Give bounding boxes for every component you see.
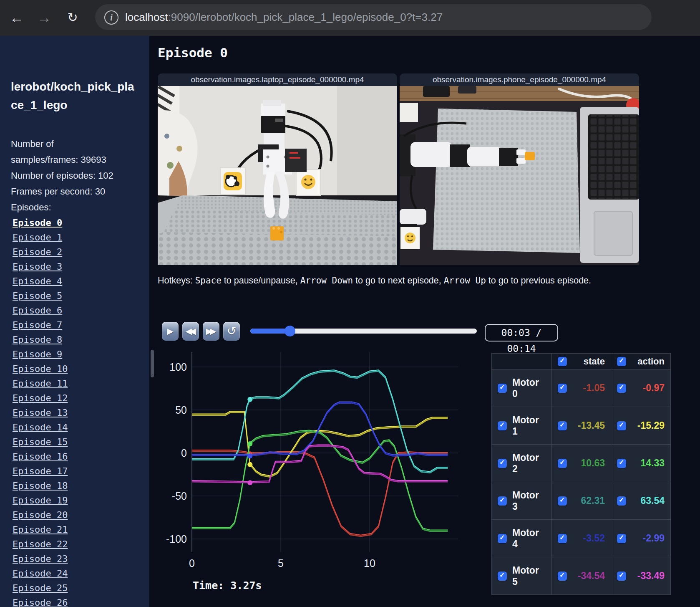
hotkeys-suffix: to go to previous episode.: [486, 276, 591, 286]
series-state-line: [192, 371, 448, 473]
sidebar-episode-link[interactable]: Episode 4: [13, 274, 146, 288]
y-tick-label: 50: [175, 404, 187, 416]
reload-icon[interactable]: ↻: [63, 8, 82, 28]
action-checkbox[interactable]: [617, 421, 626, 430]
loop-button[interactable]: ↺: [223, 322, 240, 341]
motor-chart-svg: 100500-50-1000510: [150, 346, 461, 580]
motor-checkbox[interactable]: [498, 459, 507, 468]
phone-video-frame[interactable]: [400, 86, 639, 265]
seek-slider-thumb[interactable]: [285, 326, 295, 336]
play-button[interactable]: ▶: [162, 322, 179, 341]
back-icon[interactable]: ←: [8, 8, 26, 28]
state-column-checkbox[interactable]: [558, 357, 567, 366]
state-checkbox[interactable]: [558, 384, 567, 393]
hotkey-arrow-up: Arrow Up: [444, 276, 486, 286]
motor-row: Motor 0-1.05-0.97: [492, 369, 671, 407]
sidebar-episode-link[interactable]: Episode 22: [13, 537, 146, 551]
motor-chart: 100500-50-1000510: [150, 346, 461, 580]
hotkey-space: Space: [195, 276, 222, 286]
page-title: Episode 0: [158, 45, 228, 60]
site-info-icon[interactable]: i: [104, 10, 118, 25]
sidebar-episode-link[interactable]: Episode 8: [13, 332, 146, 347]
state-column-label: state: [584, 356, 605, 367]
y-tick-label: 100: [169, 361, 187, 373]
action-column-label: action: [637, 356, 665, 367]
sidebar-episode-link[interactable]: Episode 5: [13, 288, 146, 303]
state-value: 10.63: [581, 458, 605, 469]
sidebar-episode-link[interactable]: Episode 1: [13, 230, 146, 245]
time-display: 00:03 / 00:14: [485, 324, 558, 341]
sidebar-episode-link[interactable]: Episode 24: [13, 566, 146, 581]
x-tick-label: 5: [278, 557, 284, 569]
motor-row: Motor 4-3.52-2.99: [492, 520, 671, 557]
action-checkbox[interactable]: [617, 534, 626, 543]
fast-forward-button-icon: ▶▶: [203, 322, 219, 341]
url-text[interactable]: localhost:9090/lerobot/koch_pick_place_1…: [125, 4, 443, 30]
x-tick-label: 10: [364, 557, 375, 569]
state-checkbox[interactable]: [558, 421, 567, 430]
sidebar-episode-link[interactable]: Episode 2: [13, 245, 146, 259]
sidebar-episode-link[interactable]: Episode 25: [13, 581, 146, 595]
loop-button-icon: ↺: [223, 322, 240, 341]
sidebar-episode-link[interactable]: Episode 10: [13, 362, 146, 376]
action-column-checkbox[interactable]: [617, 357, 626, 366]
sidebar-episode-link[interactable]: Episode 26: [13, 595, 146, 607]
laptop-video-frame[interactable]: [158, 86, 397, 265]
forward-icon[interactable]: →: [35, 8, 53, 28]
sidebar-episode-link[interactable]: Episode 7: [13, 318, 146, 332]
state-value: -13.45: [578, 420, 605, 431]
state-checkbox[interactable]: [558, 534, 567, 543]
video-panel-laptop: observation.images.laptop_episode_000000…: [158, 73, 397, 265]
dataset-info-line: Number of episodes: 102: [11, 168, 140, 184]
motor-checkbox[interactable]: [498, 384, 507, 393]
sidebar-episode-link[interactable]: Episode 19: [13, 493, 146, 508]
action-checkbox[interactable]: [617, 572, 626, 581]
motor-checkbox[interactable]: [498, 496, 507, 506]
motor-label: Motor 5: [512, 565, 546, 587]
hotkeys-mid1: to pause/unpause,: [222, 276, 300, 286]
motor-checkbox[interactable]: [498, 421, 507, 430]
phone-camera-scene: [400, 86, 639, 265]
address-bar[interactable]: i localhost:9090/lerobot/koch_pick_place…: [95, 4, 652, 30]
motor-row: Motor 5-34.54-33.49: [492, 557, 671, 595]
action-checkbox[interactable]: [617, 384, 626, 393]
sidebar-episode-link[interactable]: Episode 9: [13, 347, 146, 362]
sidebar-episode-link[interactable]: Episode 13: [13, 405, 146, 420]
sidebar-episode-link[interactable]: Episode 0: [13, 215, 146, 230]
state-checkbox[interactable]: [558, 459, 567, 468]
play-button-icon: ▶: [162, 322, 179, 341]
state-checkbox[interactable]: [558, 496, 567, 506]
sidebar-episode-link[interactable]: Episode 3: [13, 259, 146, 274]
current-time-marker: [247, 453, 252, 458]
rewind-button[interactable]: ◀◀: [182, 322, 199, 341]
seek-slider[interactable]: [250, 329, 477, 334]
sidebar-episode-link[interactable]: Episode 20: [13, 508, 146, 522]
action-value: -33.49: [637, 570, 665, 582]
action-checkbox[interactable]: [617, 459, 626, 468]
motor-checkbox[interactable]: [498, 572, 507, 581]
series-state-line: [192, 451, 448, 536]
sidebar-episode-link[interactable]: Episode 6: [13, 303, 146, 318]
dataset-info-line: Frames per second: 30: [11, 184, 140, 200]
sidebar-episode-link[interactable]: Episode 21: [13, 522, 146, 537]
sidebar-episode-link[interactable]: Episode 12: [13, 391, 146, 405]
sidebar-episode-link[interactable]: Episode 16: [13, 449, 146, 464]
sidebar-episode-link[interactable]: Episode 23: [13, 551, 146, 566]
state-value: -34.54: [578, 570, 605, 582]
fast-forward-button[interactable]: ▶▶: [203, 322, 219, 341]
motor-checkbox[interactable]: [498, 534, 507, 543]
motor-row: Motor 210.6314.33: [492, 445, 671, 482]
sidebar-episode-link[interactable]: Episode 15: [13, 435, 146, 449]
current-time-marker: [247, 441, 252, 446]
motor-table-header: stateaction: [492, 354, 671, 369]
state-checkbox[interactable]: [558, 572, 567, 581]
dataset-title: lerobot/koch_pick_place_1_lego: [11, 78, 136, 114]
action-checkbox[interactable]: [617, 496, 626, 506]
x-tick-label: 0: [189, 557, 195, 569]
sidebar-episode-link[interactable]: Episode 18: [13, 478, 146, 493]
scrollbar-thumb[interactable]: [151, 350, 154, 377]
sidebar-episode-link[interactable]: Episode 17: [13, 464, 146, 478]
browser-toolbar: ← → ↻ i localhost:9090/lerobot/koch_pick…: [0, 0, 700, 36]
sidebar-episode-link[interactable]: Episode 11: [13, 376, 146, 391]
sidebar-episode-link[interactable]: Episode 14: [13, 420, 146, 435]
